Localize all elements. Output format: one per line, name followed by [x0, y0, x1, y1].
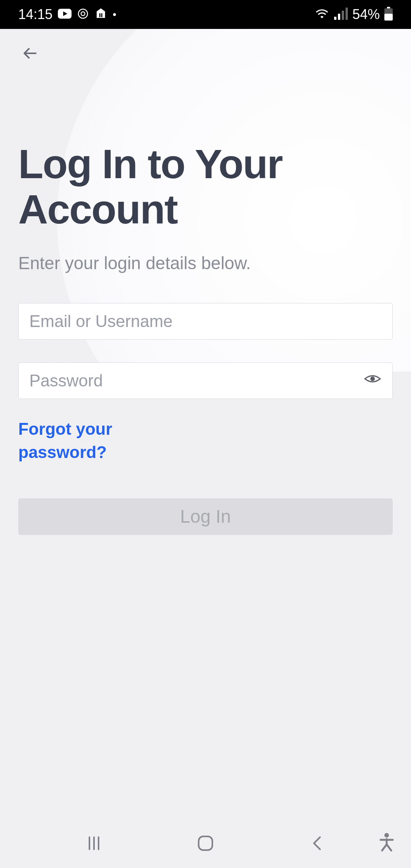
page-subtitle: Enter your login details below. — [18, 253, 393, 273]
youtube-icon — [58, 9, 72, 20]
page-title: Log In to Your Account — [18, 142, 393, 232]
content-area: Log In to Your Account Enter your login … — [0, 41, 411, 535]
status-time: 14:15 — [18, 6, 53, 22]
home-button[interactable] — [194, 832, 217, 855]
accessibility-icon — [378, 832, 396, 852]
svg-rect-7 — [342, 11, 344, 20]
password-field[interactable] — [29, 363, 382, 399]
svg-point-2 — [81, 12, 85, 16]
toggle-password-button[interactable] — [363, 370, 382, 392]
battery-percent: 54% — [352, 6, 380, 22]
battery-icon — [384, 7, 393, 22]
forgot-password-text: Forgot your password? — [18, 417, 178, 464]
status-bar: 14:15 • 54% — [0, 0, 411, 29]
svg-line-20 — [382, 844, 387, 850]
notification-dot-icon: • — [113, 8, 116, 21]
arrow-left-icon — [21, 44, 40, 62]
system-nav-bar — [0, 819, 411, 868]
password-field-container — [18, 362, 393, 399]
eye-icon — [363, 370, 382, 388]
svg-point-17 — [384, 833, 389, 838]
status-left: 14:15 • — [18, 6, 116, 22]
accessibility-button[interactable] — [378, 832, 396, 854]
recents-button[interactable] — [83, 832, 105, 855]
svg-point-1 — [78, 9, 88, 18]
email-field-container — [18, 303, 393, 340]
chevron-left-icon — [310, 834, 324, 852]
signal-icon — [334, 8, 348, 21]
nav-back-button[interactable] — [306, 832, 328, 855]
login-button-label: Log In — [180, 501, 231, 532]
back-button[interactable] — [18, 41, 43, 65]
svg-line-21 — [387, 844, 391, 850]
delivery-icon — [94, 7, 107, 22]
recents-icon — [86, 835, 102, 852]
svg-rect-6 — [338, 14, 340, 20]
status-right: 54% — [314, 6, 393, 22]
svg-rect-3 — [99, 13, 100, 17]
svg-rect-16 — [199, 836, 212, 850]
svg-rect-9 — [387, 7, 390, 8]
alarm-icon — [77, 8, 89, 21]
svg-rect-4 — [101, 13, 102, 17]
wifi-icon — [314, 8, 330, 21]
login-button[interactable]: Log In — [18, 498, 393, 535]
forgot-password-link[interactable]: Forgot your password? — [18, 417, 178, 464]
svg-rect-5 — [334, 17, 336, 20]
svg-point-12 — [370, 377, 375, 381]
svg-rect-11 — [384, 14, 393, 21]
home-icon — [196, 834, 215, 852]
svg-rect-8 — [346, 8, 348, 20]
email-field[interactable] — [29, 303, 382, 339]
